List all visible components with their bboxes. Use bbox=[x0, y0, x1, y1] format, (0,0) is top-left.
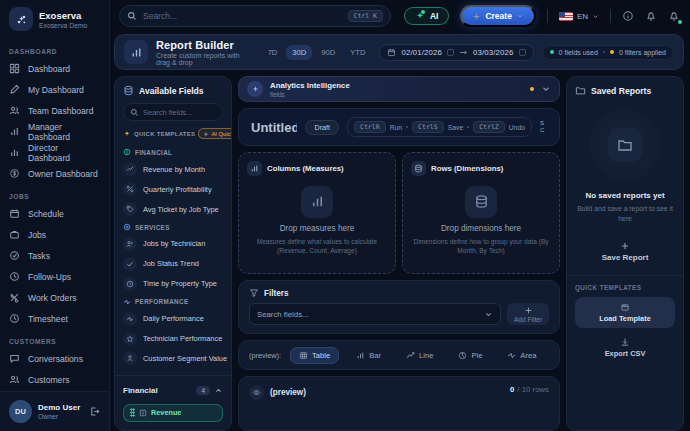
nav-item-label: Customers bbox=[28, 375, 70, 385]
topbar: Ctrl K AI Create EN bbox=[110, 0, 690, 32]
divider bbox=[115, 375, 231, 376]
template-label: Daily Performance bbox=[143, 314, 204, 323]
sparkle-icon bbox=[247, 81, 263, 97]
add-filter-button[interactable]: Add Filter bbox=[507, 303, 549, 325]
briefcase-icon bbox=[9, 229, 20, 240]
ai-quick-start-badge[interactable]: AI Quick Start bbox=[198, 128, 232, 139]
chart-type-bar[interactable]: Bar bbox=[348, 348, 389, 363]
language-label: EN bbox=[577, 12, 588, 21]
save-shortcut-label: Save bbox=[448, 124, 464, 131]
sidebar-item-schedule[interactable]: Schedule bbox=[9, 203, 100, 224]
search-input[interactable] bbox=[143, 11, 342, 21]
template-avg-ticket-by-job-type[interactable]: Avg Ticket by Job Type bbox=[123, 199, 223, 219]
sidebar-item-customers[interactable]: Customers bbox=[9, 369, 100, 390]
load-template-button[interactable]: Load Template bbox=[575, 297, 675, 328]
fields-used-dot bbox=[550, 50, 554, 54]
notifications-bell-icon[interactable] bbox=[668, 10, 680, 22]
columns-measures-dropzone[interactable]: Columns (Measures) Drop measures here Me… bbox=[238, 152, 396, 274]
template-revenue-by-month[interactable]: Revenue by Month bbox=[123, 159, 223, 179]
date-from-picker-icon[interactable] bbox=[447, 49, 454, 56]
chevron-down-icon[interactable] bbox=[541, 84, 551, 94]
analytics-intelligence-bar[interactable]: Analytics Intelligence fields bbox=[238, 76, 560, 102]
template-label: Time by Property Type bbox=[143, 279, 217, 288]
bell-icon[interactable] bbox=[645, 10, 657, 22]
nav-section-jobs: JOBS bbox=[9, 193, 100, 200]
group-services: SERVICES bbox=[123, 223, 223, 231]
sidebar-item-my-dashboard[interactable]: My Dashboard bbox=[9, 79, 100, 100]
fields-search[interactable] bbox=[123, 103, 223, 121]
date-to[interactable]: 03/03/2026 bbox=[473, 48, 514, 57]
rows-dimensions-dropzone[interactable]: Rows (Dimensions) Drop dimensions here D… bbox=[402, 152, 560, 274]
range-7d[interactable]: 7D bbox=[262, 45, 284, 60]
logout-icon[interactable] bbox=[89, 406, 100, 417]
date-from[interactable]: 02/01/2026 bbox=[401, 48, 442, 57]
field-chip-revenue[interactable]: Revenue bbox=[123, 404, 223, 422]
global-search[interactable]: Ctrl K bbox=[119, 5, 391, 27]
user-card[interactable]: DU Demo User Owner bbox=[0, 391, 109, 431]
ai-quick-start-label: AI Quick Start bbox=[211, 131, 232, 137]
info-icon[interactable] bbox=[622, 10, 634, 22]
sidebar-item-tasks[interactable]: Tasks bbox=[9, 245, 100, 266]
template-jobs-by-technician[interactable]: Jobs by Technician bbox=[123, 234, 223, 254]
filters-field-select[interactable]: Search fields... bbox=[249, 303, 501, 325]
export-csv-button[interactable]: Export CSV bbox=[605, 337, 646, 358]
template-quarterly-profitability[interactable]: Quarterly Profitability bbox=[123, 179, 223, 199]
brand-name: Exoserva bbox=[39, 10, 87, 21]
report-title-input[interactable] bbox=[251, 120, 297, 135]
ai-button[interactable]: AI bbox=[404, 7, 450, 25]
chart-type-area[interactable]: Area bbox=[499, 348, 544, 363]
sidebar-item-dashboard[interactable]: Dashboard bbox=[9, 58, 100, 79]
quick-templates-row: QUICK TEMPLATES AI Quick Start bbox=[123, 128, 223, 139]
save-report-button[interactable]: Save Report bbox=[602, 241, 649, 262]
sidebar-item-timesheet[interactable]: Timesheet bbox=[9, 308, 100, 329]
range-90d[interactable]: 90D bbox=[315, 45, 341, 60]
template-time-by-property-type[interactable]: Time by Property Type bbox=[123, 274, 223, 294]
plus-icon bbox=[472, 12, 481, 21]
us-flag-icon bbox=[559, 12, 573, 21]
category-financial-row[interactable]: Financial 4 bbox=[123, 382, 223, 398]
saved-reports-panel: Saved Reports No saved reports yet Build… bbox=[566, 76, 684, 431]
chart-type-pie[interactable]: Pie bbox=[450, 348, 490, 363]
fields-search-input[interactable] bbox=[143, 108, 216, 117]
database-icon bbox=[123, 85, 134, 96]
sidebar-item-team-dashboard[interactable]: Team Dashboard bbox=[9, 100, 100, 121]
chart-type-label: Bar bbox=[369, 351, 381, 360]
divider bbox=[610, 9, 611, 23]
users-icon bbox=[9, 374, 20, 385]
avatar: DU bbox=[9, 400, 32, 423]
check-circle-icon bbox=[9, 250, 20, 261]
chart-type-table[interactable]: Table bbox=[290, 347, 339, 364]
range-30d[interactable]: 30D bbox=[286, 45, 312, 60]
sidebar-item-manager-dashboard[interactable]: Manager Dashboard bbox=[9, 121, 100, 142]
language-selector[interactable]: EN bbox=[559, 12, 599, 21]
shortcut-hints: CtrlR Run CtrlS Save CtrlZ Undo bbox=[347, 117, 532, 137]
grid-icon bbox=[9, 63, 20, 74]
chevron-up-icon[interactable] bbox=[214, 386, 223, 395]
nav-item-label: Owner Dashboard bbox=[28, 169, 98, 179]
drag-handle-icon[interactable] bbox=[130, 408, 135, 417]
sidebar-item-follow-ups[interactable]: Follow-Ups bbox=[9, 266, 100, 287]
date-range-picker[interactable]: 02/01/2026 03/03/2026 bbox=[379, 44, 533, 61]
range-ytd[interactable]: YTD bbox=[344, 45, 371, 60]
sidebar-item-jobs[interactable]: Jobs bbox=[9, 224, 100, 245]
sidebar-item-owner-dashboard[interactable]: Owner Dashboard bbox=[9, 163, 100, 184]
brand[interactable]: Exoserva Exoserva Demo bbox=[0, 0, 109, 37]
create-button[interactable]: Create bbox=[460, 5, 535, 27]
nav-item-label: Director Dashboard bbox=[28, 143, 100, 163]
nav-item-label: Timesheet bbox=[28, 314, 68, 324]
template-technician-performance[interactable]: Technician Performance bbox=[123, 329, 223, 349]
filters-select-placeholder: Search fields... bbox=[257, 310, 478, 319]
filters-title: Filters bbox=[264, 289, 289, 298]
sidebar-item-director-dashboard[interactable]: Director Dashboard bbox=[9, 142, 100, 163]
template-daily-performance[interactable]: Daily Performance bbox=[123, 309, 223, 329]
sidebar-item-conversations[interactable]: Conversations bbox=[9, 348, 100, 369]
template-customer-segment-value[interactable]: Customer Segment Value bbox=[123, 349, 223, 369]
template-job-status-trend[interactable]: Job Status Trend bbox=[123, 254, 223, 274]
app-root: Exoserva Exoserva Demo DASHBOARD Dashboa… bbox=[0, 0, 690, 431]
dollar-icon bbox=[123, 148, 131, 156]
run-shortcut-label: Run bbox=[390, 124, 402, 131]
sidebar-item-work-orders[interactable]: Work Orders bbox=[9, 287, 100, 308]
rows-drop-text: Drop dimensions here bbox=[441, 224, 521, 233]
chart-type-line[interactable]: Line bbox=[398, 348, 441, 363]
date-to-picker-icon[interactable] bbox=[519, 49, 526, 56]
